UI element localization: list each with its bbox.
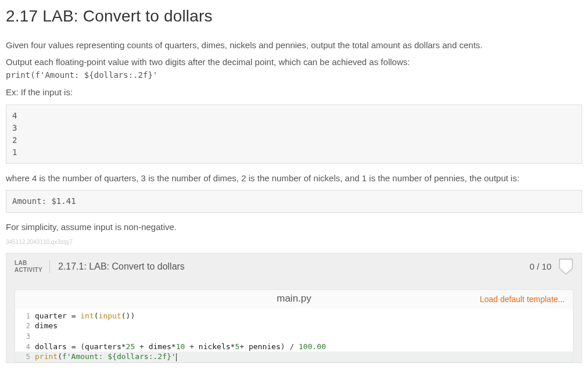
shield-icon — [558, 258, 573, 275]
problem-para-2: Output each floating-point value with tw… — [6, 56, 582, 81]
problem-para-1: Given four values representing counts of… — [6, 39, 582, 52]
text-cursor — [176, 353, 177, 361]
line-number: 2 — [15, 321, 35, 331]
line-number: 5 — [15, 352, 35, 361]
lab-score: 0 / 10 — [529, 260, 551, 273]
line-number: 4 — [15, 342, 35, 351]
code-area[interactable]: 1 quarter = int(input()) 2 dimes 3 4 dol… — [15, 309, 573, 362]
load-default-template-link[interactable]: Load default template... — [480, 293, 565, 305]
code-line[interactable]: 3 — [15, 331, 573, 342]
line-number: 1 — [15, 311, 35, 321]
line-number: 3 — [15, 332, 35, 341]
lab-header: LAB ACTIVITY 2.17.1: LAB: Convert to dol… — [6, 253, 582, 281]
page-title: 2.17 LAB: Convert to dollars — [6, 5, 582, 28]
code-line[interactable]: 2 dimes — [15, 321, 573, 331]
code-editor[interactable]: main.py Load default template... 1 quart… — [15, 289, 573, 363]
simplicity-note: For simplicity, assume input is non-nega… — [6, 221, 582, 234]
example-output-block: Amount: $1.41 — [6, 190, 582, 213]
lab-activity-title: 2.17.1: LAB: Convert to dollars — [58, 260, 530, 273]
para2-text: Output each floating-point value with tw… — [6, 57, 410, 67]
example-label: Ex: If the input is: — [6, 86, 582, 99]
editor-header: main.py Load default template... — [15, 290, 573, 309]
code-line[interactable]: 5 print(f'Amount: ${dollars:.2f}' — [15, 351, 573, 362]
code-line[interactable]: 1 quarter = int(input()) — [15, 311, 573, 321]
lab-activity-card: LAB ACTIVITY 2.17.1: LAB: Convert to dol… — [6, 253, 582, 363]
example-input-block: 4 3 2 1 — [6, 105, 582, 164]
watermark-text: 345112.2043110.qx3zqy7 — [6, 238, 582, 247]
code-line[interactable]: 4 dollars = (quarters*25 + dimes*10 + ni… — [15, 342, 573, 352]
lab-badge: LAB ACTIVITY — [15, 260, 50, 273]
lab-badge-line2: ACTIVITY — [15, 267, 42, 274]
print-example-code: print(f'Amount: ${dollars:.2f}' — [6, 70, 157, 80]
lab-badge-line1: LAB — [15, 260, 42, 267]
where-text: where 4 is the number of quarters, 3 is … — [6, 172, 582, 185]
